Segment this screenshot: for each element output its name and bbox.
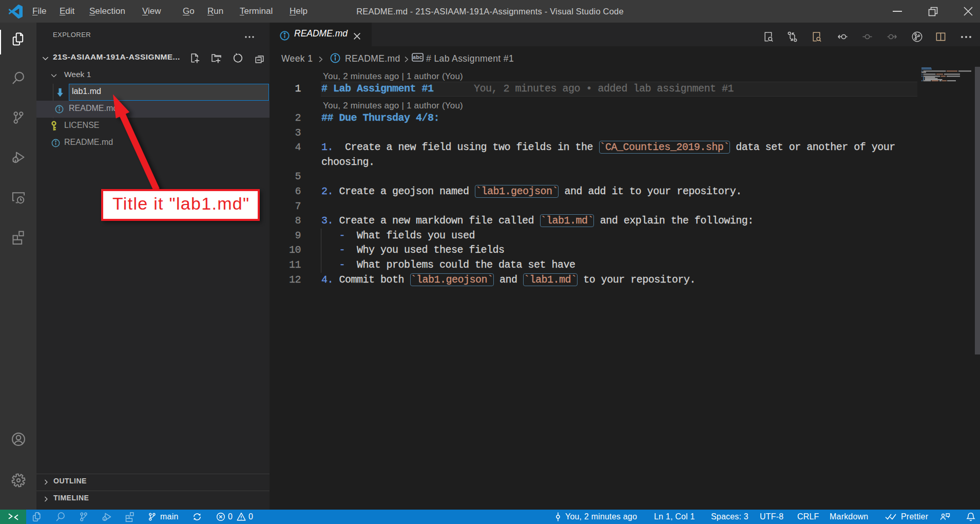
svg-text:abc: abc [413,54,422,60]
